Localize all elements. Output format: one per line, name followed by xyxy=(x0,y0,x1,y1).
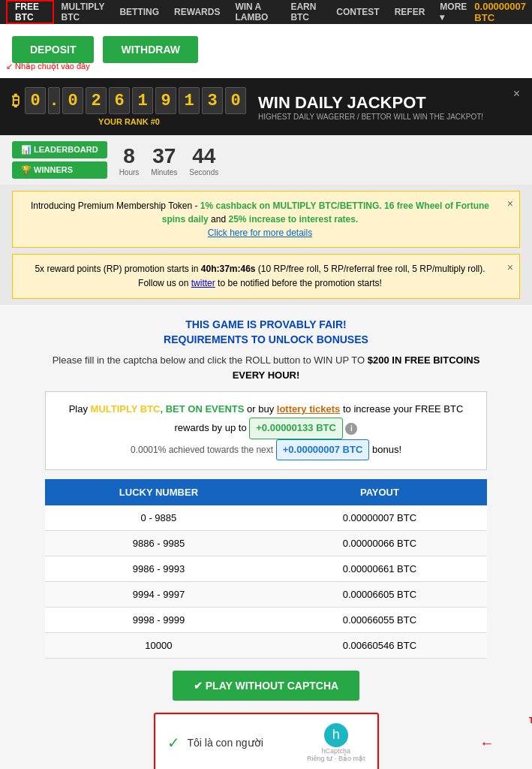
reward-tag-2: +0.00000007 BTC xyxy=(276,439,370,460)
banner1-text1: Introducing Premium Membership Token - xyxy=(31,201,200,211)
table-cell-range: 9986 - 9993 xyxy=(45,556,272,581)
ticker-display: ₿ 0 . 0 2 6 1 9 1 3 0 xyxy=(12,87,246,114)
hcaptcha-text: hCaptcha xyxy=(321,747,350,755)
leaderboard-button[interactable]: 📊 LEADERBOARD xyxy=(12,141,107,158)
play-without-captcha-button[interactable]: ✔ PLAY WITHOUT CAPTCHA xyxy=(173,671,359,701)
requirements-label: REQUIREMENTS TO UNLOCK BONUSES xyxy=(45,333,487,345)
winners-button[interactable]: 🏆 WINNERS xyxy=(12,161,107,179)
nav-rewards[interactable]: REWARDS xyxy=(167,0,227,24)
tick-note-label: Tick vào dấu này xyxy=(529,715,532,725)
banner2-text1: 5x reward points (RP) promotion starts i… xyxy=(35,264,200,274)
jackpot-subtitle: HIGHEST DAILY WAGERER / BETTOR WILL WIN … xyxy=(258,113,501,121)
info-banner-2: 5x reward points (RP) promotion starts i… xyxy=(12,254,520,299)
table-row: 9994 - 99970.00006605 BTC xyxy=(45,581,487,607)
hcaptcha-subtext: Riêng tư · Bảo mật xyxy=(307,755,365,762)
tick-arrow-icon: ← xyxy=(479,734,494,751)
ticker-d6: 9 xyxy=(155,87,176,114)
table-cell-payout: 0.00000066 BTC xyxy=(272,530,487,556)
banner1-highlight1: 1% cashback on MULTIPLY BTC/BETTING. xyxy=(200,201,382,211)
ticker-btc-symbol: ₿ xyxy=(12,92,20,110)
main-content: THIS GAME IS PROVABLY FAIR! REQUIREMENTS… xyxy=(0,305,532,769)
banner1-text3: and xyxy=(209,214,229,225)
table-row: 9998 - 99990.00066055 BTC xyxy=(45,607,487,632)
timer-seconds: 44 Seconds xyxy=(189,144,218,176)
hcaptcha-logo: h hCaptcha Riêng tư · Bảo mật xyxy=(307,723,365,762)
nav-win-lambo[interactable]: WIN A LAMBO xyxy=(227,0,283,24)
hcaptcha-circle-icon: h xyxy=(324,723,348,747)
check-icon: ✓ xyxy=(167,734,180,752)
banner2-twitter-link[interactable]: twitter xyxy=(191,278,215,288)
bonus-text: bonus! xyxy=(372,444,401,455)
ticker-d8: 3 xyxy=(202,87,223,114)
ticker-d5: 1 xyxy=(132,87,153,114)
timer-minutes: 37 Minutes xyxy=(151,144,177,176)
table-col1-header: LUCKY NUMBER xyxy=(45,479,272,505)
captcha-section: ✓ Tôi là con người h hCaptcha Riêng tư ·… xyxy=(45,713,487,769)
nav-free-btc[interactable]: FREE BTC xyxy=(6,0,54,24)
reward-tag-1: +0.00000133 BTC xyxy=(249,418,343,439)
table-col2-header: PAYOUT xyxy=(272,479,487,505)
reward-banner: Play MULTIPLY BTC, BET ON EVENTS or buy … xyxy=(45,391,487,469)
table-cell-range: 10000 xyxy=(45,632,272,658)
table-cell-payout: 0.00000007 BTC xyxy=(272,505,487,531)
captcha-label: Tôi là con người xyxy=(188,737,263,749)
top-nav: FREE BTC MULTIPLY BTC BETTING REWARDS WI… xyxy=(0,0,532,24)
main-description: Please fill in the captcha below and cli… xyxy=(45,353,487,382)
or-text: or buy xyxy=(244,403,276,415)
banner2-highlight1: 40h:37m:46s xyxy=(201,264,256,274)
table-cell-range: 9886 - 9985 xyxy=(45,530,272,556)
provably-fair-label: THIS GAME IS PROVABLY FAIR! xyxy=(45,318,487,330)
nav-more[interactable]: MORE ▾ xyxy=(432,0,474,24)
header-area: ↙ Nhấp chuột vào đây DEPOSIT WITHDRAW xyxy=(0,24,532,78)
ticker-d2: 0 xyxy=(62,87,83,114)
table-cell-payout: 0.00660546 BTC xyxy=(272,632,487,658)
nav-refer[interactable]: REFER xyxy=(387,0,433,24)
lottery-label: lottery tickets xyxy=(277,403,341,415)
table-cell-range: 0 - 9885 xyxy=(45,505,272,531)
banner2-text2: (10 RP/free roll, 5 RP/referral free rol… xyxy=(256,264,485,274)
ticker-d3: 2 xyxy=(86,87,107,114)
ticker-d7: 1 xyxy=(179,87,200,114)
withdraw-button[interactable]: WITHDRAW xyxy=(103,36,198,63)
jackpot-title: WIN DAILY JACKPOT xyxy=(258,93,501,113)
banner1-close-icon[interactable]: × xyxy=(507,196,513,212)
jackpot-banner: ₿ 0 . 0 2 6 1 9 1 3 0 YOUR RANK #0 WIN D… xyxy=(0,78,532,135)
nav-betting[interactable]: BETTING xyxy=(112,0,167,24)
nav-earn-btc[interactable]: EARN BTC xyxy=(283,0,329,24)
table-cell-payout: 0.00006605 BTC xyxy=(272,581,487,607)
table-cell-payout: 0.00066055 BTC xyxy=(272,607,487,632)
table-cell-payout: 0.00000661 BTC xyxy=(272,556,487,581)
arrow-note-label: ↙ Nhấp chuột vào đây xyxy=(6,62,90,71)
lb-buttons: 📊 LEADERBOARD 🏆 WINNERS xyxy=(12,141,107,179)
bet-text: , BET ON EVENTS xyxy=(160,403,244,415)
info-banner-1: Introducing Premium Membership Token - 1… xyxy=(12,191,520,248)
jackpot-text: WIN DAILY JACKPOT HIGHEST DAILY WAGERER … xyxy=(258,93,501,121)
captcha-check-area: ✓ Tôi là con người xyxy=(167,734,263,752)
payout-table: LUCKY NUMBER PAYOUT 0 - 98850.00000007 B… xyxy=(45,479,487,659)
timer-display: 8 Hours 37 Minutes 44 Seconds xyxy=(119,144,219,176)
ticker-d4: 6 xyxy=(109,87,130,114)
jackpot-close-icon[interactable]: × xyxy=(513,87,520,101)
info-icon[interactable]: i xyxy=(345,423,357,435)
banner2-close-icon[interactable]: × xyxy=(507,259,513,276)
ticker-d1: 0 xyxy=(25,87,46,114)
percent-text: 0.0001% achieved towards the next xyxy=(131,445,273,455)
captcha-box[interactable]: ✓ Tôi là con người h hCaptcha Riêng tư ·… xyxy=(154,713,379,769)
banner2-text4: to be notified before the promotion star… xyxy=(215,278,382,288)
balance-display: 0.00000007 BTC xyxy=(474,1,526,23)
banner1-highlight2: 25% increase to interest rates. xyxy=(228,214,358,225)
table-row: 100000.00660546 BTC xyxy=(45,632,487,658)
timer-hours: 8 Hours xyxy=(119,144,140,176)
banner1-link[interactable]: Click here for more details xyxy=(208,228,312,238)
multiply-label: MULTIPLY BTC xyxy=(91,403,161,415)
ticker-d9: 0 xyxy=(225,87,246,114)
nav-multiply-btc[interactable]: MULTIPLY BTC xyxy=(54,0,113,24)
table-row: 9986 - 99930.00000661 BTC xyxy=(45,556,487,581)
table-row: 9886 - 99850.00000066 BTC xyxy=(45,530,487,556)
deposit-button[interactable]: DEPOSIT xyxy=(12,36,94,63)
lb-timer-row: 📊 LEADERBOARD 🏆 WINNERS 8 Hours 37 Minut… xyxy=(0,135,532,185)
nav-contest[interactable]: CONTEST xyxy=(329,0,386,24)
desc-text: Please fill in the captcha below and cli… xyxy=(53,354,365,366)
banner2-text3: Follow us on xyxy=(138,278,191,288)
table-cell-range: 9994 - 9997 xyxy=(45,581,272,607)
